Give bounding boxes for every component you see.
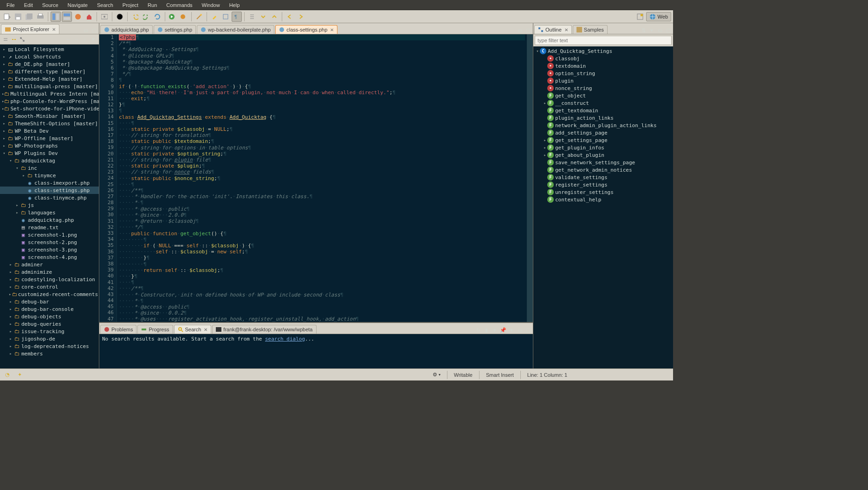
outline-item[interactable]: Fplugin_action_links xyxy=(533,114,673,122)
save-all-icon[interactable] xyxy=(24,12,34,22)
outline-item[interactable]: ▸F__construct xyxy=(533,99,673,107)
tree-item[interactable]: ▸🗀Extended-Help [master] xyxy=(0,75,99,83)
tree-item[interactable]: ▸🗀WP-Photographs xyxy=(0,142,99,149)
outline-item[interactable]: Fnetwork_admin_plugin_action_links xyxy=(533,122,673,129)
project-tree[interactable]: ▸🖴Local Filesystem▸↗Local Shortcuts▸🗀de_… xyxy=(0,45,99,368)
tree-item[interactable]: ◉addquicktag.php xyxy=(0,216,99,224)
menu-edit[interactable]: Edit xyxy=(19,1,38,9)
outline-item[interactable]: •classobj xyxy=(533,55,673,62)
tree-item[interactable]: ▸🗀de_DE.php [master] xyxy=(0,60,99,68)
editor-tab[interactable]: class-settings.php✕ xyxy=(275,25,337,34)
tree-item[interactable]: ▸🗀debug-bar xyxy=(0,298,99,305)
tree-item[interactable]: ▾🗀inc xyxy=(0,164,99,172)
minimize-icon[interactable]: ▭ xyxy=(516,26,524,34)
view-menu-icon[interactable]: ▾ xyxy=(90,36,97,43)
tree-item[interactable]: ▸🗀multilingual-press [master] xyxy=(0,83,99,90)
outline-item[interactable]: ▸Fget_about_plugin xyxy=(533,151,673,159)
tree-item[interactable]: ▣screenshot-2.png xyxy=(0,239,99,246)
open-perspective-icon[interactable] xyxy=(635,12,645,22)
toggle-group-1-icon[interactable] xyxy=(51,12,61,22)
sort-icon[interactable]: ⇅ xyxy=(640,26,647,34)
minimize-icon[interactable]: ▭ xyxy=(82,26,90,34)
tree-item[interactable]: ▣screenshot-1.png xyxy=(0,231,99,239)
tree-item[interactable]: ▸🗀adminimize xyxy=(0,268,99,276)
menu-search[interactable]: Search xyxy=(92,1,118,9)
outline-item[interactable]: Fget_network_admin_notices xyxy=(533,166,673,174)
outline-item[interactable]: Fget_object xyxy=(533,92,673,99)
tree-item[interactable]: ▸🗀jigoshop-de xyxy=(0,335,99,342)
view-menu-icon[interactable]: ▾ xyxy=(508,326,515,334)
menu-run[interactable]: Run xyxy=(143,1,162,9)
outline-item[interactable]: Fget_textdomain xyxy=(533,107,673,114)
search-tab[interactable]: Search ✕ xyxy=(174,325,212,334)
wand-icon[interactable] xyxy=(194,12,204,22)
save-icon[interactable] xyxy=(13,12,23,22)
menu-project[interactable]: Project xyxy=(118,1,143,9)
tree-item[interactable]: ▸🗀Smooth-Minibar [master] xyxy=(0,112,99,120)
tree-item[interactable]: ◉class-imexport.php xyxy=(0,179,99,187)
menu-source[interactable]: Source xyxy=(38,1,63,9)
tree-item[interactable]: ▸↗Local Shortcuts xyxy=(0,53,99,60)
nav-up-icon[interactable]: ↑ xyxy=(81,36,89,43)
home-icon[interactable] xyxy=(84,12,94,22)
whitespace-toggle-icon[interactable]: ¶ xyxy=(232,12,242,22)
tree-item[interactable]: ▸🗀WP Beta Dev xyxy=(0,127,99,135)
tree-item[interactable]: ▸🗀tinymce xyxy=(0,172,99,179)
outline-item[interactable]: •plugin xyxy=(533,77,673,84)
tree-item[interactable]: ▾🗀WP Plugins Dev xyxy=(0,149,99,157)
tree-item[interactable]: ▸🗀languages xyxy=(0,209,99,216)
problems-tab[interactable]: Problems xyxy=(100,325,136,334)
nav-back-icon[interactable]: ← xyxy=(65,36,72,43)
menu-window[interactable]: Window xyxy=(197,1,225,9)
history-dropdown-icon[interactable]: ▾ xyxy=(491,326,499,334)
tree-item[interactable]: ▸🗀members xyxy=(0,350,99,357)
close-icon[interactable]: ✕ xyxy=(330,27,334,32)
color-picker-icon[interactable] xyxy=(115,12,125,22)
tree-mode-icon[interactable] xyxy=(19,36,26,43)
toggle-group-2-icon[interactable] xyxy=(62,12,72,22)
outline-item[interactable]: ▸Fget_settings_page xyxy=(533,136,673,144)
outline-item[interactable]: •textdomain xyxy=(533,62,673,70)
tree-item[interactable]: ▸🗀js xyxy=(0,201,99,209)
tree-item[interactable]: ◉class-settings.php xyxy=(0,187,99,194)
tree-item[interactable]: ▸🗀different-type [master] xyxy=(0,68,99,75)
prev-annotation-icon[interactable] xyxy=(269,12,279,22)
run-dropdown-icon[interactable] xyxy=(168,12,178,22)
forward-nav-icon[interactable] xyxy=(296,12,306,22)
maximize-icon[interactable]: ▢ xyxy=(525,326,532,334)
minimize-icon[interactable]: ▭ xyxy=(516,326,524,334)
tree-item[interactable]: ▸🗀php-Console-for-WordPress [master] xyxy=(0,97,99,105)
tree-item[interactable]: ▣screenshot-3.png xyxy=(0,246,99,253)
perspective-web[interactable]: Web xyxy=(646,12,671,21)
maximize-icon[interactable]: ▢ xyxy=(525,26,532,34)
outline-tab[interactable]: Outline ✕ xyxy=(534,25,572,34)
outline-item[interactable]: Fvalidate_settings xyxy=(533,174,673,181)
tree-item[interactable]: ▣screenshot-4.png xyxy=(0,253,99,261)
tree-item[interactable]: ▸🗀WP-Offline [master] xyxy=(0,135,99,142)
maximize-icon[interactable]: ▢ xyxy=(91,26,98,34)
pin-icon[interactable]: 📌 xyxy=(499,326,507,334)
editor-tab[interactable]: settings.php xyxy=(154,25,196,34)
close-icon[interactable]: ✕ xyxy=(204,327,207,332)
nav-mode-icon[interactable] xyxy=(247,12,257,22)
highlight-icon[interactable] xyxy=(209,12,220,22)
tree-item[interactable]: ▸🗀adminer xyxy=(0,261,99,268)
project-explorer-tab[interactable]: Project Explorer ✕ xyxy=(1,24,59,34)
tree-item[interactable]: ▸🗀issue-tracking xyxy=(0,328,99,335)
outline-item[interactable]: Fadd_settings_page xyxy=(533,129,673,136)
tree-item[interactable]: ▸🗀debug-queries xyxy=(0,320,99,328)
menu-help[interactable]: Help xyxy=(225,1,245,9)
menu-navigate[interactable]: Navigate xyxy=(63,1,92,9)
editor-tab[interactable]: wp-backend-boilerplate.php xyxy=(197,25,274,34)
status-icon-2[interactable]: ✦ xyxy=(16,371,23,379)
nav-fwd-icon[interactable]: → xyxy=(73,36,80,43)
vertical-scrollbar[interactable] xyxy=(527,34,533,322)
close-icon[interactable]: ✕ xyxy=(52,27,56,32)
outline-item[interactable]: Funregister_settings xyxy=(533,188,673,196)
tree-item[interactable]: ▸🗀codestyling-localization xyxy=(0,276,99,283)
rerun-search-icon[interactable]: ↻ xyxy=(474,326,482,334)
outline-item[interactable]: Fregister_settings xyxy=(533,181,673,188)
maximize-icon[interactable]: ▢ xyxy=(665,26,672,34)
view-menu-icon[interactable]: ▾ xyxy=(648,26,655,34)
status-icon-1[interactable]: ◔ xyxy=(4,371,11,379)
